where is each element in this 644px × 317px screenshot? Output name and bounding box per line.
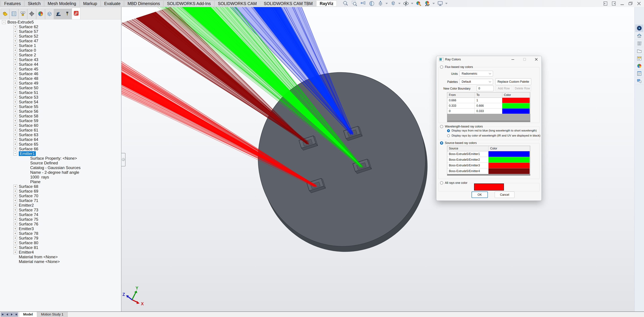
tree-item-emitter3[interactable]: +Emitter3 <box>0 226 121 231</box>
wavelength-radio[interactable] <box>440 125 443 128</box>
source-name-cell[interactable]: Boss-Extrude5/Emitter2 <box>447 157 488 163</box>
tree-expander-icon[interactable]: + <box>14 110 17 113</box>
source-color-cell[interactable] <box>488 157 530 163</box>
tree-expander-icon[interactable]: + <box>14 147 17 151</box>
tree-expander-icon[interactable]: + <box>14 39 17 43</box>
panel-tab-configuration-manager[interactable] <box>18 9 27 19</box>
zoom-to-area-icon[interactable] <box>351 0 358 7</box>
tree-item-surface-0[interactable]: +Surface 0 <box>0 48 121 53</box>
apply-scene-icon[interactable] <box>424 0 431 7</box>
task-pane-appearances-icon[interactable] <box>635 62 643 70</box>
menu-item-rayviz[interactable]: RayViz <box>316 0 337 6</box>
tree-expander-icon[interactable]: + <box>14 232 17 235</box>
task-pane-view-palette-icon[interactable] <box>635 55 643 62</box>
flux-color-cell[interactable] <box>502 103 530 108</box>
tree-item-surface-48[interactable]: +Surface 48 <box>0 76 121 81</box>
source-name-cell[interactable]: Boss-Extrude5/Emitter3 <box>447 163 488 168</box>
tree-item-surface-70[interactable]: +Surface 70 <box>0 194 121 198</box>
study-tab-model[interactable]: Model <box>19 312 37 317</box>
tree-item-surface-80[interactable]: +Surface 80 <box>0 240 121 245</box>
collapse-left-pane-icon[interactable] <box>602 1 609 6</box>
tree-expander-icon[interactable]: + <box>14 81 17 85</box>
tree-item-surface-1[interactable]: +Surface 1 <box>0 43 121 48</box>
ok-button[interactable]: OK <box>472 192 488 198</box>
units-combobox[interactable]: Radiometric <box>460 71 493 76</box>
study-tab-motion-study-1[interactable]: Motion Study 1 <box>37 312 68 317</box>
menu-item-solidworks-cam-tbm[interactable]: SOLIDWORKS CAM TBM <box>260 0 316 6</box>
menu-item-features[interactable]: Features <box>1 0 24 6</box>
tree-item-surface-74[interactable]: +Surface 74 <box>0 212 121 217</box>
tree-item-surface-66[interactable]: +Surface 66 <box>0 146 121 151</box>
task-pane-home-icon[interactable] <box>635 32 643 40</box>
tree-item-surface-61[interactable]: +Surface 61 <box>0 128 121 132</box>
source-radio-row[interactable]: Source-based ray colors <box>439 141 478 145</box>
flux-color-cell[interactable] <box>502 98 530 103</box>
wavelength-option-radio[interactable] <box>447 129 450 132</box>
tree-item-surface-51[interactable]: +Surface 51 <box>0 90 121 95</box>
task-pane-comments-icon[interactable] <box>635 77 643 85</box>
tree-item-1000-rays[interactable]: 1000 rays <box>0 175 121 180</box>
tree-item-surface-2[interactable]: +Surface 2 <box>0 53 121 57</box>
tree-item-catalog-gaussian-sources[interactable]: Catalog - Gaussian Sources <box>0 166 121 170</box>
tree-expander-icon[interactable]: + <box>14 199 17 202</box>
tree-item-surface-property-none-[interactable]: Surface Property: <None> <box>0 156 121 161</box>
dropdown-chevron-icon[interactable] <box>445 3 448 4</box>
flux-from-cell[interactable]: 0 <box>447 108 475 114</box>
close-button[interactable] <box>636 1 642 6</box>
tree-expander-icon[interactable]: + <box>14 44 17 48</box>
flux-radio[interactable] <box>440 66 443 68</box>
tree-item-name-2-degree-half-angle[interactable]: Name - 2-degree half angle <box>0 170 121 175</box>
dialog-minimize-icon[interactable] <box>510 57 516 62</box>
tree-item-surface-69[interactable]: +Surface 69 <box>0 189 121 194</box>
tree-item-source-defined[interactable]: Source Defined <box>0 161 121 166</box>
dialog-maximize-icon[interactable] <box>521 57 528 62</box>
tree-expander-icon[interactable]: + <box>14 105 17 108</box>
tree-expander-icon[interactable]: + <box>14 128 17 132</box>
tree-expander-icon[interactable]: + <box>14 96 17 99</box>
nav-first-button[interactable] <box>1 312 5 317</box>
tree-expander-icon[interactable]: + <box>14 185 17 188</box>
tree-expander-icon[interactable]: + <box>14 86 17 90</box>
tree-expander-icon[interactable]: + <box>14 133 17 137</box>
menu-item-mesh-modeling[interactable]: Mesh Modeling <box>44 0 80 6</box>
source-color-cell[interactable] <box>488 151 530 157</box>
panel-tab-feature-tree[interactable] <box>10 9 18 19</box>
view-orientation-icon[interactable] <box>377 0 384 7</box>
nav-next-button[interactable] <box>10 312 14 317</box>
collapse-right-pane-icon[interactable] <box>610 1 617 6</box>
tree-expander-icon[interactable]: + <box>14 30 17 34</box>
flux-to-cell[interactable]: 0.666 <box>475 103 502 108</box>
tree-expander-icon[interactable]: + <box>14 25 17 29</box>
tree-item-surface-43[interactable]: +Surface 43 <box>0 57 121 62</box>
panel-tab-dimxpert[interactable] <box>27 9 36 19</box>
task-pane-file-explorer-icon[interactable] <box>635 47 643 55</box>
panel-splitter-handle[interactable] <box>122 153 126 166</box>
palettes-combobox[interactable]: Default <box>460 79 493 84</box>
tree-item-surface-49[interactable]: +Surface 49 <box>0 81 121 86</box>
tree-expander-icon[interactable]: + <box>14 246 17 250</box>
dialog-close-icon[interactable] <box>533 57 540 62</box>
add-row-button[interactable]: Add Row <box>495 86 512 91</box>
orientation-triad[interactable]: X Y Z <box>122 286 144 306</box>
tree-item-surface-50[interactable]: +Surface 50 <box>0 86 121 90</box>
menu-item-solidworks-cam[interactable]: SOLIDWORKS CAM <box>214 0 260 6</box>
tree-expander-icon[interactable]: + <box>14 227 17 230</box>
tree-expander-icon[interactable]: + <box>14 58 17 62</box>
tree-item-surface-47[interactable]: +Surface 47 <box>0 38 121 43</box>
wavelength-radio-row[interactable]: Wavelength-based ray colors <box>439 124 484 129</box>
tree-item-surface-73[interactable]: +Surface 73 <box>0 208 121 212</box>
previous-view-icon[interactable] <box>360 0 366 7</box>
tree-item-boss-extrude5[interactable]: −Boss-Extrude5 <box>0 20 121 24</box>
wavelength-option-1[interactable]: Display rays from red to blue (long wave… <box>447 128 537 133</box>
panel-tab-rayviz[interactable] <box>72 8 80 19</box>
tree-expander-icon[interactable]: + <box>14 119 17 122</box>
display-style-icon[interactable] <box>390 0 396 7</box>
tree-expander-icon[interactable]: + <box>14 222 17 226</box>
source-color-cell[interactable] <box>488 168 530 174</box>
tree-expander-icon[interactable]: + <box>14 48 17 52</box>
delete-row-button[interactable]: Delete Row <box>514 86 531 91</box>
task-pane-design-library-icon[interactable] <box>635 40 643 47</box>
source-name-cell[interactable]: Boss-Extrude5/Emitter1 <box>447 151 488 157</box>
nav-last-button[interactable] <box>14 312 18 317</box>
all-rays-radio-row[interactable]: All rays one color <box>439 181 469 185</box>
